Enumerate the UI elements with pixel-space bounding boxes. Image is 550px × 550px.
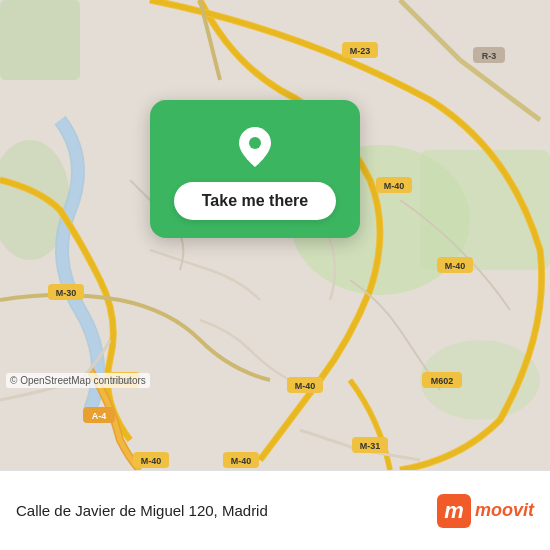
app: M-30 M-30 M-30 M-23 M-40 M-40 M-40 M-40 … — [0, 0, 550, 550]
osm-attribution: © OpenStreetMap contributors — [6, 373, 150, 388]
svg-point-34 — [249, 137, 261, 149]
action-card: Take me there — [150, 100, 360, 238]
take-me-there-button[interactable]: Take me there — [174, 182, 336, 220]
svg-text:M-40: M-40 — [384, 181, 405, 191]
pin-icon — [231, 122, 279, 170]
moovit-logo-letter: m — [437, 494, 471, 528]
svg-text:M-23: M-23 — [350, 46, 371, 56]
address-text: Calle de Javier de Miguel 120, Madrid — [16, 502, 437, 519]
svg-text:R-3: R-3 — [482, 51, 497, 61]
svg-text:M-31: M-31 — [360, 441, 381, 451]
svg-text:A-4: A-4 — [92, 411, 107, 421]
moovit-logo-text: moovit — [475, 500, 534, 521]
svg-rect-2 — [420, 150, 550, 270]
svg-text:M-40: M-40 — [231, 456, 252, 466]
bottom-bar: Calle de Javier de Miguel 120, Madrid m … — [0, 470, 550, 550]
svg-rect-4 — [0, 0, 80, 80]
svg-text:M602: M602 — [431, 376, 454, 386]
svg-text:M-40: M-40 — [295, 381, 316, 391]
moovit-logo: m moovit — [437, 494, 534, 528]
svg-text:M-30: M-30 — [56, 288, 77, 298]
svg-text:M-40: M-40 — [141, 456, 162, 466]
svg-text:M-40: M-40 — [445, 261, 466, 271]
